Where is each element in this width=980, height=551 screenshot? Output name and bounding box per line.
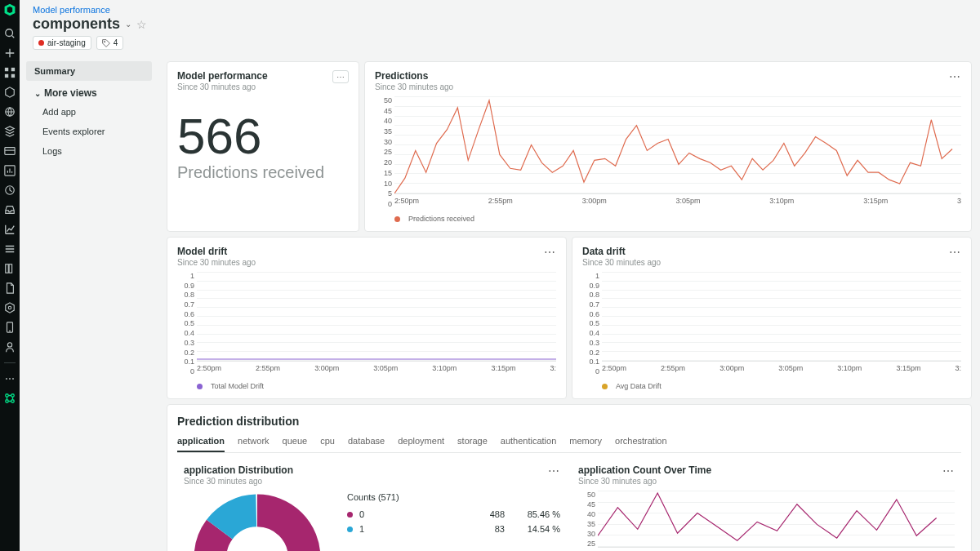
section-title: Prediction distribution <box>177 415 961 428</box>
y-axis: 10.90.80.70.60.50.40.30.20.10 <box>177 272 197 375</box>
card-subtitle: Since 30 minutes ago <box>375 82 453 91</box>
card-subtitle: Since 30 minutes ago <box>582 258 661 267</box>
env-pill[interactable]: air-staging <box>33 36 91 50</box>
chevron-down-icon[interactable]: ⌄ <box>125 20 131 29</box>
tags-pill[interactable]: 4 <box>96 36 124 50</box>
tab-deployment[interactable]: deployment <box>398 436 444 452</box>
metric-label: Predictions received <box>177 163 349 182</box>
svg-rect-4 <box>11 74 15 78</box>
sidebar-logs[interactable]: Logs <box>26 141 152 161</box>
gear-hex-icon[interactable] <box>4 302 16 313</box>
card-menu[interactable]: ⋯ <box>949 70 961 83</box>
clock-icon[interactable] <box>4 184 16 196</box>
card-title: Data drift <box>582 246 661 257</box>
card-menu[interactable]: ⋯ <box>949 246 961 259</box>
sidebar-events[interactable]: Events explorer <box>26 122 152 141</box>
metric-value: 566 <box>177 111 349 162</box>
card-model-performance: Model performance Since 30 minutes ago ⋯… <box>167 61 359 232</box>
svg-point-16 <box>6 400 9 403</box>
doc-icon[interactable] <box>4 282 16 294</box>
drift-line <box>197 272 556 361</box>
svg-rect-2 <box>11 68 15 71</box>
mobile-icon[interactable] <box>4 322 16 333</box>
grid-icon[interactable] <box>4 67 16 78</box>
tab-cpu[interactable]: cpu <box>320 436 335 452</box>
svg-point-13 <box>7 343 11 347</box>
svg-point-15 <box>11 394 15 398</box>
card-app-distribution: application Distribution Since 30 minute… <box>177 461 567 551</box>
more-icon[interactable]: ⋯ <box>4 373 16 384</box>
card-title: Model performance <box>177 70 268 82</box>
svg-rect-9 <box>6 264 9 273</box>
card-menu[interactable]: ⋯ <box>942 464 955 478</box>
y-axis: 50454035302520151050 <box>375 96 394 208</box>
card-predictions: Predictions Since 30 minutes ago ⋯ 50454… <box>364 61 972 232</box>
y-axis: 504540353025 <box>578 491 598 548</box>
predictions-line <box>394 96 961 193</box>
plus-icon[interactable] <box>4 47 16 59</box>
left-sidebar: Summary ⌄More views Add app Events explo… <box>20 56 158 551</box>
x-axis: 2:50pm2:55pm3:00pm3:05pm3:10pm3:15pm3: <box>602 364 961 372</box>
prediction-distribution-section: Prediction distribution application netw… <box>167 404 972 551</box>
tab-memory[interactable]: memory <box>569 436 602 452</box>
tab-storage[interactable]: storage <box>457 436 488 452</box>
tab-network[interactable]: network <box>238 436 270 452</box>
card-subtitle: Since 30 minutes ago <box>177 258 256 267</box>
card-menu[interactable]: ⋯ <box>332 70 349 83</box>
legend-item: Predictions received <box>408 215 474 223</box>
counts-table: Counts (571) 048885.46 % 18314.54 % <box>347 492 560 536</box>
tab-orchestration[interactable]: orchestration <box>615 436 667 452</box>
svg-point-0 <box>6 29 13 37</box>
search-icon[interactable] <box>4 28 16 39</box>
tabs: application network queue cpu database d… <box>177 436 961 453</box>
svg-point-18 <box>104 41 105 42</box>
donut-chart <box>184 492 331 551</box>
card-subtitle: Since 30 minutes ago <box>177 82 268 91</box>
sidebar-more-views[interactable]: ⌄More views <box>26 81 152 102</box>
person-icon[interactable] <box>4 341 16 353</box>
ml-icon[interactable] <box>4 393 16 404</box>
card-menu[interactable]: ⋯ <box>544 246 556 259</box>
svg-point-14 <box>6 394 9 398</box>
chart-icon[interactable] <box>4 224 16 235</box>
sidebar-summary[interactable]: Summary <box>26 61 152 81</box>
svg-rect-10 <box>9 264 12 273</box>
tab-application[interactable]: application <box>177 436 225 452</box>
tab-authentication[interactable]: authentication <box>501 436 557 452</box>
card-title: application Count Over Time <box>578 464 711 476</box>
dashboard-icon[interactable] <box>4 165 16 176</box>
svg-point-17 <box>11 400 15 403</box>
layers-icon[interactable] <box>4 126 16 137</box>
inbox-icon[interactable] <box>4 204 16 216</box>
legend-item: Total Model Drift <box>211 382 264 390</box>
card-title: Predictions <box>375 70 453 82</box>
nav-rail: ⋯ <box>0 0 20 551</box>
card-menu[interactable]: ⋯ <box>548 464 560 478</box>
svg-rect-1 <box>5 68 8 71</box>
page-header: Model performance components ⌄ ☆ air-sta… <box>20 0 980 56</box>
tab-database[interactable]: database <box>348 436 385 452</box>
x-axis: 2:50pm2:55pm3:00pm3:05pm3:10pm3:15pm3 <box>394 197 961 205</box>
list-icon[interactable] <box>4 243 16 255</box>
card-app-count-over-time: application Count Over Time Since 30 min… <box>572 461 961 551</box>
card-subtitle: Since 30 minutes ago <box>578 477 711 486</box>
card-icon[interactable] <box>4 145 16 157</box>
card-title: application Distribution <box>184 464 293 476</box>
sidebar-add-app[interactable]: Add app <box>26 102 152 122</box>
svg-rect-6 <box>5 148 15 155</box>
y-axis: 10.90.80.70.60.50.40.30.20.10 <box>582 272 602 375</box>
legend-item: Avg Data Drift <box>616 382 662 390</box>
books-icon[interactable] <box>4 263 16 274</box>
card-data-drift: Data drift Since 30 minutes ago ⋯ 10.90.… <box>572 237 972 399</box>
card-model-drift: Model drift Since 30 minutes ago ⋯ 10.90… <box>167 237 567 399</box>
star-icon[interactable]: ☆ <box>136 18 147 31</box>
svg-point-11 <box>8 306 11 309</box>
page-title: components <box>33 16 120 33</box>
card-title: Model drift <box>177 246 256 257</box>
logo-icon[interactable] <box>3 3 16 16</box>
breadcrumb[interactable]: Model performance <box>33 5 967 15</box>
hexagon-icon[interactable] <box>4 87 16 98</box>
globe-icon[interactable] <box>4 106 16 118</box>
count-line <box>598 491 955 547</box>
tab-queue[interactable]: queue <box>283 436 308 452</box>
